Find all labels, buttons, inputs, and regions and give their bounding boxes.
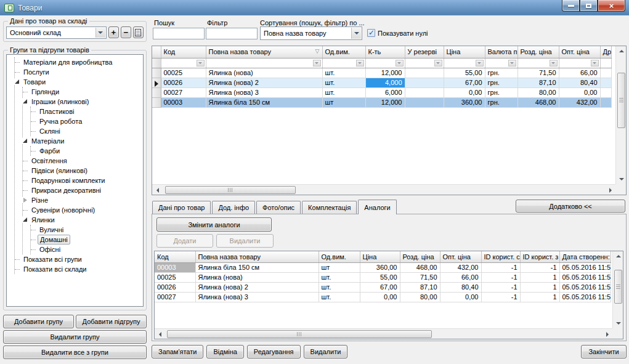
- tree-item-label[interactable]: Послуги: [22, 68, 51, 76]
- column-header-reserve[interactable]: У резерві: [405, 46, 444, 58]
- tree-item-label[interactable]: Іграшки (ялинкові): [30, 97, 91, 106]
- tree-item-label[interactable]: Скляні: [38, 127, 62, 135]
- chevron-down-icon[interactable]: [95, 28, 105, 38]
- scroll-right-button[interactable]: [602, 329, 612, 339]
- column-header-unit[interactable]: Од.вим.: [319, 251, 360, 262]
- filter-dropdown-icon[interactable]: [396, 60, 404, 67]
- tree-item-label[interactable]: Ручна робота: [38, 117, 84, 126]
- tree-item-label[interactable]: Вуличні: [38, 225, 65, 234]
- warehouse-report-button[interactable]: [133, 26, 144, 38]
- filter-dropdown-icon[interactable]: [313, 60, 321, 67]
- column-header-price[interactable]: Ціна: [444, 46, 485, 58]
- tree-item[interactable]: Різне: [23, 195, 143, 205]
- filter-cell[interactable]: [485, 58, 517, 68]
- tree-item-label[interactable]: Офісні: [38, 245, 62, 254]
- filter-dropdown-icon[interactable]: [550, 60, 558, 67]
- tab-additional-info[interactable]: Дод. інфо: [212, 201, 255, 214]
- save-button[interactable]: Запам'ятати: [152, 345, 203, 358]
- tree-item[interactable]: Показати всі склади: [15, 264, 143, 274]
- search-input[interactable]: [153, 28, 205, 39]
- column-header-name[interactable]: Повна назва товару: [195, 251, 319, 262]
- expander-open-icon[interactable]: [22, 138, 28, 144]
- edit-button[interactable]: Редагування: [247, 345, 301, 358]
- tree-item[interactable]: Скляні: [31, 126, 143, 136]
- tree-item[interactable]: Подарункові комплекти: [23, 176, 143, 185]
- warehouse-select[interactable]: Основний склад: [6, 26, 107, 39]
- table-row[interactable]: 00027 Ялинка (нова) 3 шт. 6,000 0,00 грн…: [152, 87, 612, 97]
- table-row-selected[interactable]: 00003 Ялинка біла 150 см шт 12,000 360,0…: [152, 97, 612, 107]
- column-header-code[interactable]: Код: [161, 46, 206, 58]
- tree-item[interactable]: Ялинки: [23, 215, 143, 225]
- tree-item[interactable]: Товари: [15, 77, 143, 87]
- tree-item-label[interactable]: Різне: [30, 196, 50, 204]
- add-subgroup-button[interactable]: Добавити підгрупу: [76, 315, 147, 328]
- tree-item-label[interactable]: Пластикові: [38, 107, 76, 116]
- scroll-down-button[interactable]: [616, 174, 627, 184]
- selected-cell[interactable]: 4,000: [365, 78, 405, 87]
- vertical-scrollbar[interactable]: [612, 251, 623, 328]
- column-header-id-user-z[interactable]: ID корист. з: [520, 251, 559, 262]
- filter-cell[interactable]: [600, 58, 612, 68]
- tree-item[interactable]: Матеріали для виробництва: [15, 57, 143, 67]
- expander-open-icon[interactable]: [22, 217, 28, 223]
- expander-open-icon[interactable]: [14, 79, 20, 85]
- tree-item[interactable]: Іграшки (ялинкові): [23, 97, 143, 107]
- filter-cell[interactable]: [322, 58, 365, 68]
- scroll-left-button[interactable]: [152, 185, 163, 195]
- column-header-retail[interactable]: Розд. ціна: [400, 251, 440, 262]
- column-header-price[interactable]: Ціна: [360, 251, 400, 262]
- column-header-qty[interactable]: К-ть: [365, 46, 405, 58]
- filter-dropdown-icon[interactable]: [591, 60, 599, 67]
- tree-item[interactable]: Показати всі групи: [15, 254, 143, 264]
- tree-item[interactable]: Офісні: [31, 245, 143, 254]
- tree-item[interactable]: Підвіси (ялинкові): [23, 166, 143, 176]
- tree-item[interactable]: Сувеніри (новорічні): [23, 205, 143, 215]
- tree-item[interactable]: Фарби: [31, 146, 143, 156]
- tree-item[interactable]: Прикраси декоративні: [23, 185, 143, 195]
- table-row[interactable]: 00026 Ялинка (нова) 2 шт. 67,00 87,10 80…: [155, 282, 611, 292]
- sort-select[interactable]: Повна назва товару: [260, 26, 362, 40]
- tree-item-label[interactable]: Показати всі групи: [22, 255, 84, 264]
- vertical-scrollbar[interactable]: [615, 46, 626, 184]
- scroll-down-button[interactable]: [613, 318, 623, 328]
- tree-item[interactable]: Матеріали: [23, 136, 143, 146]
- expander-open-icon[interactable]: [22, 99, 28, 105]
- scrollbar-thumb[interactable]: [165, 186, 296, 194]
- filter-cell[interactable]: [517, 58, 559, 68]
- tree-item[interactable]: Освітлення: [23, 156, 143, 166]
- filter-cell[interactable]: [559, 58, 600, 68]
- scroll-up-button[interactable]: [616, 46, 627, 56]
- filter-dropdown-icon[interactable]: [356, 60, 364, 67]
- column-header-wholesale[interactable]: Опт. ціна: [559, 46, 600, 58]
- column-header-id-user-c[interactable]: ID корист. с: [481, 251, 520, 262]
- scrollbar-thumb[interactable]: [167, 330, 432, 338]
- tree-item-selected[interactable]: Домашні: [31, 235, 143, 245]
- restore-button[interactable]: [580, 0, 598, 12]
- table-row[interactable]: 00027 Ялинка (нова) 3 шт. 0,00 80,00 0,0…: [155, 292, 611, 302]
- tab-bundle[interactable]: Комплектація: [302, 201, 357, 214]
- tree-item-label[interactable]: Матеріали для виробництва: [22, 58, 114, 67]
- tree-item-label[interactable]: Показати всі склади: [22, 265, 89, 273]
- finish-button[interactable]: Закінчити: [581, 345, 627, 358]
- tab-product-data[interactable]: Дані про товар: [152, 201, 211, 214]
- delete-group-button[interactable]: Видалити групу: [3, 330, 147, 344]
- groups-tree[interactable]: Матеріали для виробництва Послуги Товари…: [6, 54, 144, 307]
- tree-item[interactable]: Ручна робота: [31, 116, 143, 126]
- tree-item-label[interactable]: Гірлянди: [30, 87, 61, 96]
- scrollbar-thumb[interactable]: [614, 270, 622, 304]
- tree-item-label[interactable]: Домашні: [38, 235, 70, 245]
- tree-item-label[interactable]: Ялинки: [30, 216, 57, 224]
- tree-item[interactable]: Вуличні: [31, 225, 143, 235]
- tree-item-label[interactable]: Освітлення: [30, 156, 69, 165]
- tab-analogs[interactable]: Аналоги: [358, 200, 396, 214]
- add-group-button[interactable]: Добавити групу: [3, 315, 74, 328]
- column-header-unit[interactable]: Од.вим.: [322, 46, 365, 58]
- cancel-button[interactable]: Відміна: [206, 345, 243, 358]
- filter-dropdown-icon[interactable]: [434, 60, 442, 67]
- table-row[interactable]: 00003 Ялинка біла 150 см шт 360,00 468,0…: [155, 262, 611, 272]
- filter-cell[interactable]: [365, 58, 405, 68]
- delete-button[interactable]: Видалити: [304, 345, 348, 358]
- table-row-current[interactable]: 00026 Ялинка (нова) 2 шт. 4,000 67,00 гр…: [152, 78, 612, 87]
- show-zeros-toggle[interactable]: Показувати нулі: [367, 29, 428, 37]
- column-header-name[interactable]: Повна назва товару▽: [206, 46, 322, 58]
